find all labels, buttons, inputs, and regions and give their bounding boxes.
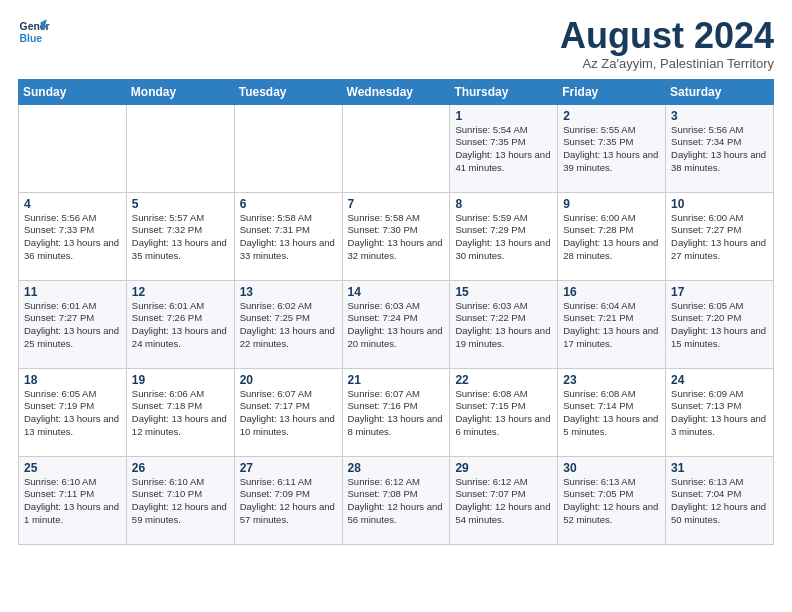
calendar-cell: 26Sunrise: 6:10 AM Sunset: 7:10 PM Dayli… [126,456,234,544]
cell-date: 8 [455,197,553,211]
cell-date: 2 [563,109,661,123]
cell-date: 17 [671,285,769,299]
cell-info: Sunrise: 6:03 AM Sunset: 7:22 PM Dayligh… [455,300,553,351]
cell-info: Sunrise: 5:56 AM Sunset: 7:34 PM Dayligh… [671,124,769,175]
calendar-cell: 11Sunrise: 6:01 AM Sunset: 7:27 PM Dayli… [19,280,127,368]
calendar-cell: 8Sunrise: 5:59 AM Sunset: 7:29 PM Daylig… [450,192,558,280]
cell-date: 6 [240,197,338,211]
calendar-cell [126,104,234,192]
week-row-2: 4Sunrise: 5:56 AM Sunset: 7:33 PM Daylig… [19,192,774,280]
title-area: August 2024 Az Za'ayyim, Palestinian Ter… [560,16,774,71]
cell-info: Sunrise: 6:12 AM Sunset: 7:07 PM Dayligh… [455,476,553,527]
calendar-cell: 10Sunrise: 6:00 AM Sunset: 7:27 PM Dayli… [666,192,774,280]
calendar-table: SundayMondayTuesdayWednesdayThursdayFrid… [18,79,774,545]
calendar-cell [234,104,342,192]
calendar-cell: 14Sunrise: 6:03 AM Sunset: 7:24 PM Dayli… [342,280,450,368]
cell-date: 15 [455,285,553,299]
calendar-cell: 20Sunrise: 6:07 AM Sunset: 7:17 PM Dayli… [234,368,342,456]
calendar-cell: 24Sunrise: 6:09 AM Sunset: 7:13 PM Dayli… [666,368,774,456]
day-header-tuesday: Tuesday [234,79,342,104]
calendar-cell: 22Sunrise: 6:08 AM Sunset: 7:15 PM Dayli… [450,368,558,456]
cell-date: 10 [671,197,769,211]
day-header-saturday: Saturday [666,79,774,104]
cell-date: 18 [24,373,122,387]
cell-info: Sunrise: 5:58 AM Sunset: 7:31 PM Dayligh… [240,212,338,263]
day-header-sunday: Sunday [19,79,127,104]
cell-date: 16 [563,285,661,299]
week-row-4: 18Sunrise: 6:05 AM Sunset: 7:19 PM Dayli… [19,368,774,456]
cell-info: Sunrise: 5:57 AM Sunset: 7:32 PM Dayligh… [132,212,230,263]
cell-date: 26 [132,461,230,475]
calendar-cell: 2Sunrise: 5:55 AM Sunset: 7:35 PM Daylig… [558,104,666,192]
cell-date: 29 [455,461,553,475]
cell-date: 25 [24,461,122,475]
cell-date: 7 [348,197,446,211]
cell-info: Sunrise: 6:11 AM Sunset: 7:09 PM Dayligh… [240,476,338,527]
cell-info: Sunrise: 6:12 AM Sunset: 7:08 PM Dayligh… [348,476,446,527]
cell-info: Sunrise: 6:08 AM Sunset: 7:14 PM Dayligh… [563,388,661,439]
cell-date: 20 [240,373,338,387]
week-row-5: 25Sunrise: 6:10 AM Sunset: 7:11 PM Dayli… [19,456,774,544]
calendar-cell: 5Sunrise: 5:57 AM Sunset: 7:32 PM Daylig… [126,192,234,280]
cell-info: Sunrise: 5:58 AM Sunset: 7:30 PM Dayligh… [348,212,446,263]
day-header-friday: Friday [558,79,666,104]
cell-info: Sunrise: 5:56 AM Sunset: 7:33 PM Dayligh… [24,212,122,263]
day-header-thursday: Thursday [450,79,558,104]
cell-date: 14 [348,285,446,299]
calendar-cell: 1Sunrise: 5:54 AM Sunset: 7:35 PM Daylig… [450,104,558,192]
cell-date: 30 [563,461,661,475]
calendar-cell [19,104,127,192]
week-row-3: 11Sunrise: 6:01 AM Sunset: 7:27 PM Dayli… [19,280,774,368]
cell-info: Sunrise: 6:03 AM Sunset: 7:24 PM Dayligh… [348,300,446,351]
week-row-1: 1Sunrise: 5:54 AM Sunset: 7:35 PM Daylig… [19,104,774,192]
calendar-cell: 16Sunrise: 6:04 AM Sunset: 7:21 PM Dayli… [558,280,666,368]
cell-date: 1 [455,109,553,123]
calendar-cell: 19Sunrise: 6:06 AM Sunset: 7:18 PM Dayli… [126,368,234,456]
cell-info: Sunrise: 5:54 AM Sunset: 7:35 PM Dayligh… [455,124,553,175]
cell-info: Sunrise: 6:13 AM Sunset: 7:05 PM Dayligh… [563,476,661,527]
cell-date: 21 [348,373,446,387]
cell-date: 5 [132,197,230,211]
calendar-header: SundayMondayTuesdayWednesdayThursdayFrid… [19,79,774,104]
cell-info: Sunrise: 6:00 AM Sunset: 7:27 PM Dayligh… [671,212,769,263]
cell-info: Sunrise: 6:01 AM Sunset: 7:27 PM Dayligh… [24,300,122,351]
svg-text:Blue: Blue [20,33,43,44]
cell-info: Sunrise: 6:09 AM Sunset: 7:13 PM Dayligh… [671,388,769,439]
cell-info: Sunrise: 6:05 AM Sunset: 7:20 PM Dayligh… [671,300,769,351]
calendar-cell: 31Sunrise: 6:13 AM Sunset: 7:04 PM Dayli… [666,456,774,544]
calendar-cell: 7Sunrise: 5:58 AM Sunset: 7:30 PM Daylig… [342,192,450,280]
calendar-cell: 21Sunrise: 6:07 AM Sunset: 7:16 PM Dayli… [342,368,450,456]
calendar-cell: 4Sunrise: 5:56 AM Sunset: 7:33 PM Daylig… [19,192,127,280]
cell-info: Sunrise: 6:05 AM Sunset: 7:19 PM Dayligh… [24,388,122,439]
calendar-page: General Blue August 2024 Az Za'ayyim, Pa… [0,0,792,612]
cell-info: Sunrise: 6:10 AM Sunset: 7:11 PM Dayligh… [24,476,122,527]
cell-info: Sunrise: 5:55 AM Sunset: 7:35 PM Dayligh… [563,124,661,175]
calendar-cell: 3Sunrise: 5:56 AM Sunset: 7:34 PM Daylig… [666,104,774,192]
cell-info: Sunrise: 6:08 AM Sunset: 7:15 PM Dayligh… [455,388,553,439]
cell-info: Sunrise: 6:04 AM Sunset: 7:21 PM Dayligh… [563,300,661,351]
cell-date: 19 [132,373,230,387]
cell-date: 9 [563,197,661,211]
cell-info: Sunrise: 6:06 AM Sunset: 7:18 PM Dayligh… [132,388,230,439]
calendar-cell: 29Sunrise: 6:12 AM Sunset: 7:07 PM Dayli… [450,456,558,544]
calendar-cell: 9Sunrise: 6:00 AM Sunset: 7:28 PM Daylig… [558,192,666,280]
cell-date: 3 [671,109,769,123]
calendar-cell: 13Sunrise: 6:02 AM Sunset: 7:25 PM Dayli… [234,280,342,368]
cell-info: Sunrise: 6:13 AM Sunset: 7:04 PM Dayligh… [671,476,769,527]
day-header-wednesday: Wednesday [342,79,450,104]
cell-info: Sunrise: 6:10 AM Sunset: 7:10 PM Dayligh… [132,476,230,527]
cell-date: 4 [24,197,122,211]
calendar-cell: 17Sunrise: 6:05 AM Sunset: 7:20 PM Dayli… [666,280,774,368]
calendar-body: 1Sunrise: 5:54 AM Sunset: 7:35 PM Daylig… [19,104,774,544]
cell-date: 24 [671,373,769,387]
logo: General Blue [18,16,50,48]
header: General Blue August 2024 Az Za'ayyim, Pa… [18,16,774,71]
calendar-cell: 15Sunrise: 6:03 AM Sunset: 7:22 PM Dayli… [450,280,558,368]
calendar-cell: 25Sunrise: 6:10 AM Sunset: 7:11 PM Dayli… [19,456,127,544]
cell-date: 23 [563,373,661,387]
cell-date: 12 [132,285,230,299]
calendar-cell: 6Sunrise: 5:58 AM Sunset: 7:31 PM Daylig… [234,192,342,280]
cell-date: 31 [671,461,769,475]
location: Az Za'ayyim, Palestinian Territory [560,56,774,71]
cell-date: 13 [240,285,338,299]
